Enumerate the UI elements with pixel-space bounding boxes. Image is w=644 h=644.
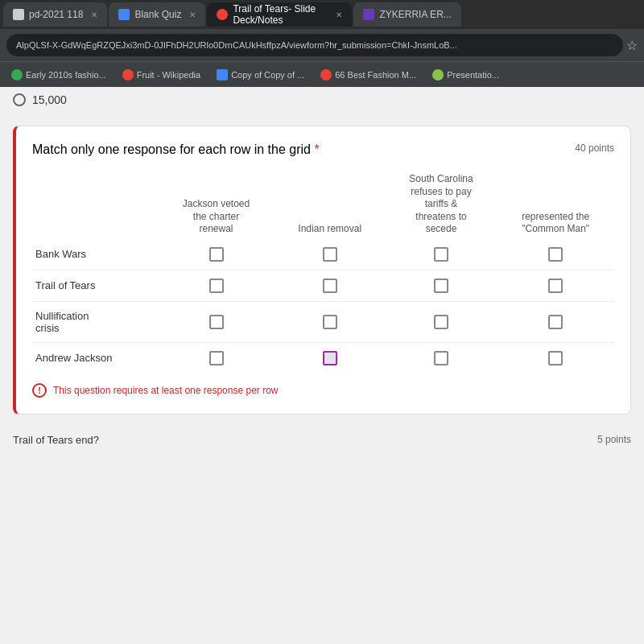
tab-zykerria[interactable]: ZYKERRIA ER... [353,2,460,27]
cell-null-2[interactable] [275,301,386,342]
bottom-question-text: Trail of Tears end? 5 points [0,427,644,452]
cell-bank-wars-1[interactable] [158,239,275,270]
bookmark-label-2: Fruit - Wikipedia [137,70,200,80]
cell-trail-4[interactable] [497,270,614,301]
grid-table: Jackson vetoedthe charterrenewal Indian … [32,170,614,374]
cell-aj-4[interactable] [497,342,614,374]
question-text: Match only one response for each row in … [32,142,320,157]
bookmark-copy-of-copy[interactable]: Copy of Copy of ... [212,68,309,82]
checkbox-trail-4[interactable] [548,279,563,293]
bookmark-favicon-5 [432,69,444,80]
checkbox-aj-2[interactable] [323,351,337,365]
bookmark-early-2010s[interactable]: Early 2010s fashio... [6,68,111,82]
radio-circle[interactable] [13,93,26,106]
bookmark-label-1: Early 2010s fashio... [26,70,106,80]
checkbox-aj-1[interactable] [209,351,224,365]
quiz-card: Match only one response for each row in … [13,126,631,415]
cell-null-4[interactable] [497,301,614,342]
table-row: Andrew Jackson [32,342,614,374]
tab-close-3[interactable]: ✕ [336,10,342,19]
bookmark-label-5: Presentatio... [447,70,499,80]
cell-aj-2[interactable] [275,342,386,374]
tab-close-2[interactable]: ✕ [189,10,196,19]
col-header-empty [32,170,158,239]
bookmark-fruit[interactable]: Fruit - Wikipedia [118,68,205,82]
browser-chrome: pd-2021 118 ✕ Blank Quiz ✕ Trail of Tear… [0,0,644,87]
checkbox-null-1[interactable] [209,315,224,329]
tab-label-1: pd-2021 118 [29,9,83,20]
checkbox-aj-3[interactable] [434,351,448,365]
cell-null-1[interactable] [158,301,275,342]
checkbox-null-3[interactable] [434,315,448,329]
tab-trail-of-tears[interactable]: Trail of Tears- Slide Deck/Notes ✕ [207,2,352,27]
tab-favicon-2 [118,9,130,20]
cell-bank-wars-4[interactable] [497,239,614,270]
row-label-andrew-jackson: Andrew Jackson [32,342,158,374]
bookmark-favicon-2 [122,69,134,80]
table-row: Bank Wars [32,239,614,270]
table-row: Nullificationcrisis [32,301,614,342]
bookmarks-bar: Early 2010s fashio... Fruit - Wikipedia … [0,61,644,87]
cell-trail-2[interactable] [275,270,386,301]
row-label-nullification: Nullificationcrisis [32,301,158,342]
page-content: 15,000 Match only one response for each … [0,87,644,644]
bookmark-label-4: 66 Best Fashion M... [335,70,416,80]
tab-label-4: ZYKERRIA ER... [379,9,451,20]
error-icon: ! [32,383,47,398]
tab-favicon-1 [13,9,24,20]
address-bar-row: ☆ [0,29,644,61]
bookmark-66-best[interactable]: 66 Best Fashion M... [316,68,421,82]
cell-bank-wars-2[interactable] [275,239,386,270]
grid-header-row: Jackson vetoedthe charterrenewal Indian … [32,170,614,239]
checkbox-bank-wars-1[interactable] [209,247,224,262]
cell-null-3[interactable] [386,301,497,342]
radio-label-15000: 15,000 [32,93,67,106]
bottom-label: Trail of Tears end? [13,434,99,446]
cell-trail-1[interactable] [158,270,275,301]
checkbox-null-4[interactable] [548,315,563,329]
tab-label-3: Trail of Tears- Slide Deck/Notes [233,3,328,26]
bookmark-favicon-3 [217,69,228,80]
tab-label-2: Blank Quiz [134,9,181,20]
row-label-bank-wars: Bank Wars [32,239,158,270]
col-header-indian-removal: Indian removal [275,170,386,239]
radio-option-15000[interactable]: 15,000 [0,87,644,113]
bookmark-favicon-4 [320,69,332,80]
cell-aj-3[interactable] [386,342,497,374]
required-star: * [314,142,319,156]
tab-favicon-3 [217,9,228,20]
bottom-points: 5 points [597,434,631,445]
tab-bar: pd-2021 118 ✕ Blank Quiz ✕ Trail of Tear… [0,0,644,29]
question-points: 40 points [575,142,614,154]
cell-bank-wars-3[interactable] [386,239,497,270]
cell-trail-3[interactable] [386,270,497,301]
tab-close-1[interactable]: ✕ [91,10,97,19]
question-header: Match only one response for each row in … [32,142,614,157]
checkbox-trail-2[interactable] [323,279,337,293]
address-bar-input[interactable] [6,34,623,56]
cell-aj-1[interactable] [158,342,275,374]
checkbox-bank-wars-4[interactable] [548,247,563,262]
checkbox-bank-wars-2[interactable] [323,247,337,262]
checkbox-bank-wars-3[interactable] [434,247,448,262]
row-label-trail-of-tears: Trail of Tears [32,270,158,301]
col-header-common-man: represented the"Common Man" [497,170,614,239]
checkbox-aj-4[interactable] [548,351,563,365]
bookmark-label-3: Copy of Copy of ... [231,70,304,80]
checkbox-null-2[interactable] [323,315,337,329]
tab-favicon-4 [363,9,374,20]
table-row: Trail of Tears [32,270,614,301]
error-message: ! This question requires at least one re… [32,383,614,398]
checkbox-trail-1[interactable] [209,279,224,293]
error-text: This question requires at least one resp… [53,385,279,396]
col-header-south-carolina: South Carolinarefuses to paytariffs &thr… [386,170,497,239]
question-label: Match only one response for each row in … [32,142,311,156]
bookmark-favicon-1 [11,69,23,80]
col-header-jackson-vetoed: Jackson vetoedthe charterrenewal [158,170,275,239]
tab-blank-quiz[interactable]: Blank Quiz ✕ [109,2,205,27]
checkbox-trail-3[interactable] [434,279,448,293]
bookmark-presentation[interactable]: Presentatio... [427,68,504,82]
star-icon[interactable]: ☆ [626,38,638,53]
tab-pd-2021[interactable]: pd-2021 118 ✕ [3,2,107,27]
